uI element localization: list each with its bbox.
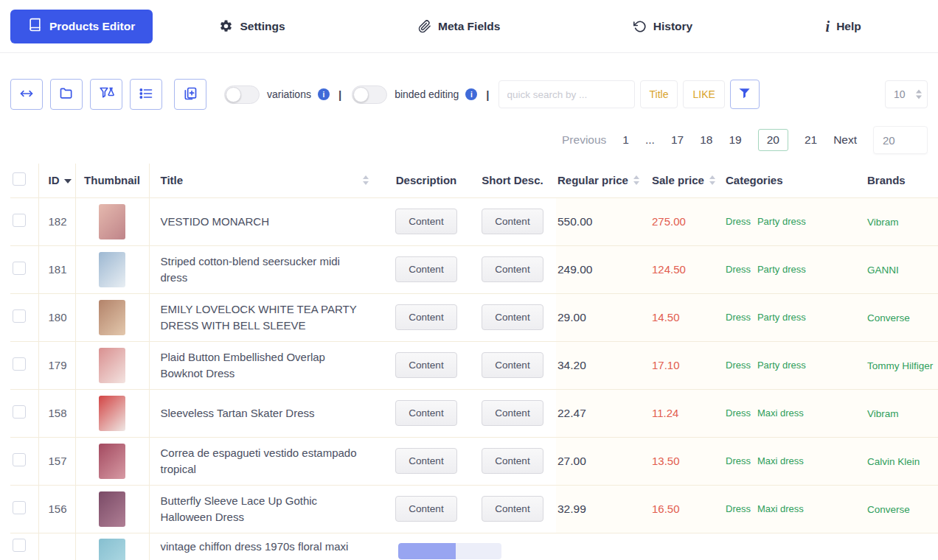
row-checkbox[interactable] — [13, 539, 26, 552]
sort-desc-icon[interactable] — [64, 179, 72, 183]
row-checkbox[interactable] — [13, 309, 26, 323]
tab-help[interactable]: i Help — [826, 19, 861, 34]
description-content-button[interactable]: Content — [395, 256, 456, 282]
page-number-input[interactable]: 20 — [873, 126, 928, 154]
product-title[interactable]: Sleeveless Tartan Skater Dress — [161, 407, 315, 419]
files-button[interactable] — [50, 79, 83, 110]
binded-editing-toggle[interactable] — [352, 85, 387, 104]
sort-icon[interactable] — [709, 175, 715, 185]
description-content-button[interactable]: Content — [395, 352, 456, 378]
product-thumbnail[interactable] — [99, 396, 125, 431]
description-content-button[interactable]: Content — [395, 209, 456, 234]
short-description-content-button[interactable]: Content — [482, 209, 543, 234]
regular-price-value[interactable]: 29.00 — [557, 311, 586, 323]
sale-price-value[interactable]: 17.10 — [652, 359, 680, 371]
product-title[interactable]: Butterfly Sleeve Lace Up Gothic Hallowee… — [161, 494, 318, 523]
product-title[interactable]: Striped cotton-blend seersucker midi dre… — [161, 255, 340, 284]
description-content-button[interactable]: Content — [395, 400, 456, 426]
filter-presets-button[interactable] — [90, 79, 122, 110]
regular-price-value[interactable]: 27.00 — [557, 455, 586, 467]
product-title[interactable]: VESTIDO MONARCH — [161, 215, 270, 228]
brand-link[interactable]: Calvin Klein — [867, 456, 920, 467]
header-regular-price[interactable]: Regular price — [557, 174, 628, 186]
product-thumbnail[interactable] — [99, 348, 125, 383]
header-title[interactable]: Title — [161, 174, 184, 186]
category-link[interactable]: Dress — [726, 503, 751, 514]
select-all-checkbox[interactable] — [13, 172, 26, 186]
short-description-content-button[interactable]: Content — [482, 400, 543, 426]
partial-thumbnail[interactable] — [99, 539, 125, 560]
product-title[interactable]: Correa de espagueti vestido estampado tr… — [161, 447, 357, 475]
row-checkbox[interactable] — [13, 262, 26, 275]
brand-link[interactable]: Tommy Hilfiger — [867, 360, 933, 371]
pagination-previous[interactable]: Previous — [562, 133, 606, 147]
column-width-button[interactable] — [10, 79, 43, 110]
regular-price-value[interactable]: 34.20 — [557, 359, 586, 371]
category-link[interactable]: Party dress — [757, 360, 806, 371]
info-circle-icon[interactable]: i — [465, 88, 477, 100]
product-thumbnail[interactable] — [99, 204, 125, 239]
quick-search-input[interactable] — [498, 80, 635, 108]
category-link[interactable]: Dress — [726, 312, 751, 323]
brand-link[interactable]: Converse — [867, 504, 910, 515]
description-content-button[interactable]: Content — [395, 304, 456, 330]
pagination-next[interactable]: Next — [833, 133, 857, 147]
sale-price-value[interactable]: 13.50 — [652, 455, 680, 467]
product-title[interactable]: vintage chiffon dress 1970s floral maxi — [161, 540, 349, 553]
create-product-button[interactable] — [174, 79, 206, 110]
apply-filter-button[interactable] — [730, 80, 760, 109]
tab-settings[interactable]: Settings — [219, 19, 285, 33]
sale-price-value[interactable]: 275.00 — [652, 215, 686, 228]
sale-price-value[interactable]: 14.50 — [652, 311, 680, 323]
pagination-current-page[interactable]: 20 — [758, 129, 788, 151]
pagination-page[interactable]: 18 — [700, 133, 712, 147]
pagination-page[interactable]: 21 — [805, 133, 817, 147]
page-size-select[interactable]: 10 — [885, 80, 928, 108]
product-title[interactable]: Plaid Button Embellished Overlap Bowknot… — [161, 351, 325, 379]
product-thumbnail[interactable] — [99, 300, 125, 335]
regular-price-value[interactable]: 22.47 — [557, 407, 586, 419]
description-content-button[interactable]: Content — [395, 448, 456, 474]
pagination-page[interactable]: 19 — [729, 133, 741, 147]
category-link[interactable]: Dress — [726, 360, 751, 371]
tab-meta-fields[interactable]: Meta Fields — [418, 20, 500, 33]
columns-list-button[interactable] — [130, 79, 162, 110]
product-title[interactable]: EMILY LOVELOCK WHITE TEA PARTY DRESS WIT… — [161, 303, 357, 332]
brand-link[interactable]: GANNI — [867, 265, 899, 276]
category-link[interactable]: Dress — [726, 455, 751, 466]
row-checkbox[interactable] — [13, 214, 26, 227]
row-checkbox[interactable] — [13, 405, 26, 419]
product-thumbnail[interactable] — [99, 491, 125, 527]
header-sale-price[interactable]: Sale price — [652, 174, 704, 186]
sale-price-value[interactable]: 16.50 — [652, 503, 680, 515]
sale-price-value[interactable]: 11.24 — [652, 407, 678, 419]
category-link[interactable]: Party dress — [757, 216, 806, 227]
sort-icon[interactable] — [633, 175, 639, 185]
category-link[interactable]: Dress — [726, 264, 751, 275]
row-checkbox[interactable] — [13, 501, 26, 514]
search-operator-select[interactable]: LIKE — [683, 80, 724, 108]
regular-price-value[interactable]: 32.99 — [557, 503, 586, 515]
regular-price-value[interactable]: 249.00 — [557, 263, 592, 276]
short-description-content-button[interactable]: Content — [482, 352, 543, 378]
short-description-content-button[interactable]: Content — [482, 448, 543, 474]
category-link[interactable]: Maxi dress — [757, 455, 804, 466]
category-link[interactable]: Maxi dress — [757, 503, 804, 514]
tab-products-editor[interactable]: Products Editor — [10, 10, 153, 43]
product-thumbnail[interactable] — [99, 444, 125, 479]
brand-link[interactable]: Vibram — [867, 408, 899, 419]
pagination-page[interactable]: 1 — [622, 133, 629, 147]
variations-toggle[interactable] — [224, 85, 260, 104]
pagination-page[interactable]: 17 — [671, 133, 684, 147]
regular-price-value[interactable]: 550.00 — [557, 215, 592, 228]
short-description-content-button[interactable]: Content — [482, 256, 543, 282]
sort-icon[interactable] — [363, 175, 369, 185]
category-link[interactable]: Maxi dress — [757, 407, 804, 419]
short-description-content-button[interactable]: Content — [482, 304, 543, 330]
info-circle-icon[interactable]: i — [318, 88, 330, 100]
category-link[interactable]: Party dress — [757, 264, 806, 275]
product-thumbnail[interactable] — [99, 252, 125, 287]
description-content-button[interactable]: Content — [395, 496, 456, 522]
search-field-select[interactable]: Title — [640, 80, 678, 108]
brand-link[interactable]: Vibram — [867, 217, 899, 228]
